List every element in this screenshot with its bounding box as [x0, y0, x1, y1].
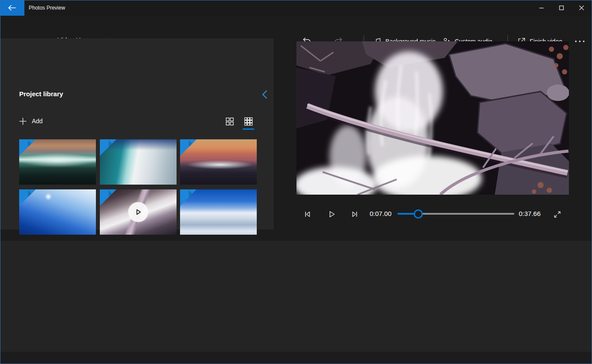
in-storyboard-flag-icon — [19, 139, 36, 156]
titlebar: Photos Preview — [0, 0, 592, 16]
library-thumb-snow-mountain[interactable] — [180, 189, 257, 235]
minimize-button[interactable] — [531, 0, 551, 16]
video-preview[interactable] — [296, 41, 569, 195]
collapse-panel-button[interactable] — [258, 88, 271, 101]
seek-thumb[interactable] — [414, 209, 423, 219]
next-frame-button[interactable] — [348, 208, 361, 221]
horizontal-scroll-zone — [0, 352, 592, 364]
project-library-panel: Project library Add — [0, 38, 274, 229]
add-media-button[interactable]: Add — [19, 115, 43, 127]
storyboard-panel: Storyboard A Add title card Trim Split — [0, 241, 592, 352]
close-button[interactable] — [572, 0, 592, 16]
back-button[interactable] — [0, 0, 24, 16]
in-storyboard-flag-icon — [180, 189, 197, 206]
play-button[interactable] — [325, 208, 338, 221]
total-time: 0:37.66 — [519, 210, 541, 217]
fullscreen-button[interactable] — [551, 208, 564, 221]
previous-frame-button[interactable] — [301, 208, 314, 221]
waterfall-preview-art — [296, 41, 569, 195]
play-icon — [128, 202, 148, 222]
current-time: 0:07.00 — [370, 210, 391, 217]
selected-view-underline — [243, 128, 254, 130]
library-thumb-waterfall-video[interactable] — [100, 189, 177, 235]
plus-icon — [19, 118, 27, 125]
app-title: Photos Preview — [29, 0, 65, 16]
library-thumb-iceberg-reflection[interactable] — [19, 139, 96, 185]
header-bar: Video Editor Video Uno Background music … — [0, 16, 592, 38]
library-thumb-blue-slope[interactable] — [19, 189, 96, 235]
more-options-button[interactable] — [572, 36, 588, 47]
in-storyboard-flag-icon — [100, 139, 116, 156]
library-thumb-iceberg-sunset[interactable] — [180, 139, 257, 185]
maximize-button[interactable] — [551, 0, 572, 16]
in-storyboard-flag-icon — [19, 189, 36, 206]
library-thumb-iceberg-closeup[interactable] — [100, 139, 177, 185]
in-storyboard-flag-icon — [100, 189, 116, 206]
add-label: Add — [32, 118, 43, 125]
grid-small-view-button[interactable] — [242, 115, 255, 128]
grid-large-view-button[interactable] — [224, 115, 236, 128]
project-library-title: Project library — [19, 90, 63, 98]
in-storyboard-flag-icon — [180, 139, 197, 156]
back-arrow-icon — [8, 5, 16, 11]
